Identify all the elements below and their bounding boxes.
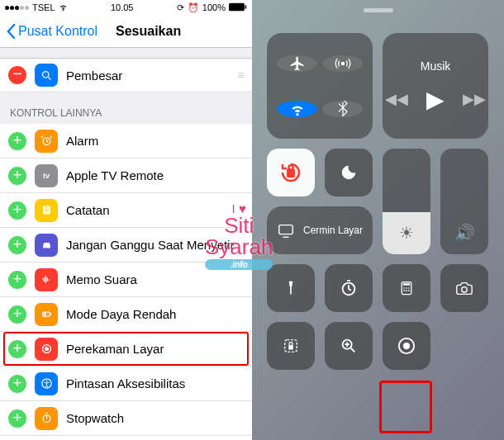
brightness-icon: ☀ [399, 223, 414, 243]
more-row[interactable]: Pintasan Aksesibilitas [0, 367, 252, 401]
low-power-icon [35, 303, 58, 326]
add-icon[interactable] [8, 201, 26, 220]
alarm-icon [35, 130, 58, 153]
svg-point-11 [45, 380, 47, 381]
add-icon[interactable] [8, 236, 26, 254]
status-bar: TSEL 10.05 ⟳ ⏰ 100% [0, 0, 252, 15]
svg-point-23 [408, 287, 410, 289]
volume-icon: 🔊 [454, 223, 475, 243]
do-not-disturb-button[interactable] [325, 149, 373, 196]
wifi-icon [59, 2, 68, 13]
back-button[interactable]: Pusat Kontrol [7, 24, 97, 39]
row-label: Apple TV Remote [66, 168, 164, 182]
highlight-screen-record [379, 381, 432, 433]
accessibility-lock-button[interactable] [267, 322, 315, 370]
nav-bar: Pusat Kontrol Sesuaikan [0, 15, 252, 48]
apple-tv-icon: tv [35, 164, 58, 187]
notes-icon [35, 199, 58, 222]
car-dnd-icon [35, 234, 58, 257]
svg-point-32 [403, 343, 410, 349]
screen-record-icon [35, 338, 58, 361]
svg-rect-16 [288, 169, 294, 177]
add-icon[interactable] [8, 340, 26, 358]
svg-rect-0 [229, 2, 245, 10]
orientation-lock-button[interactable] [267, 149, 315, 196]
battery-percent: 100% [202, 2, 226, 12]
add-icon[interactable] [8, 167, 26, 185]
airplane-mode-button[interactable] [277, 55, 317, 72]
volume-slider[interactable]: 🔊 [440, 149, 488, 254]
svg-rect-29 [288, 345, 293, 350]
bluetooth-button[interactable] [322, 101, 363, 117]
row-label: Catatan [66, 203, 110, 217]
orientation-lock-icon: ⟳ [177, 2, 184, 13]
cellular-data-button[interactable] [322, 55, 363, 72]
brightness-slider[interactable]: ☀ [383, 149, 430, 254]
row-label: Stopwatch [66, 411, 124, 425]
control-center-screen: Musik ◀◀ ▶ ▶▶ Cermin Layar [252, 0, 504, 440]
svg-rect-7 [43, 313, 45, 315]
stopwatch-icon [35, 407, 58, 430]
svg-point-21 [403, 287, 405, 289]
svg-rect-20 [403, 283, 410, 286]
svg-point-25 [406, 290, 407, 291]
more-row[interactable]: tvApple TV Remote [0, 158, 252, 193]
add-icon[interactable] [8, 375, 26, 393]
screen-record-button[interactable] [383, 322, 430, 370]
included-row[interactable]: Pembesar ≡ [0, 58, 252, 92]
row-label: Alarm [66, 134, 98, 148]
row-label: Pembesar [66, 69, 122, 83]
calculator-button[interactable] [383, 264, 430, 312]
screen-mirroring-button[interactable]: Cermin Layar [267, 206, 373, 254]
watermark: I ♥ Siti Syarah .info [205, 202, 273, 270]
reorder-icon[interactable]: ≡ [238, 69, 244, 82]
clock: 10.05 [111, 2, 134, 12]
back-label: Pusat Kontrol [18, 24, 97, 39]
magnifier-button[interactable] [325, 322, 373, 370]
add-icon[interactable] [8, 409, 26, 428]
svg-rect-6 [50, 313, 50, 315]
more-row[interactable]: Perekaman Layar [0, 332, 252, 367]
flashlight-button[interactable] [267, 264, 315, 312]
svg-rect-1 [245, 5, 247, 9]
play-icon[interactable]: ▶ [426, 86, 445, 113]
music-panel[interactable]: Musik ◀◀ ▶ ▶▶ [383, 33, 488, 139]
mirror-label: Cermin Layar [303, 225, 363, 236]
svg-point-22 [406, 287, 407, 289]
more-row[interactable]: aAUkuran Teks [0, 436, 252, 440]
svg-point-15 [341, 62, 344, 64]
accessibility-icon [35, 372, 58, 395]
add-icon[interactable] [8, 305, 26, 324]
svg-point-9 [45, 347, 49, 351]
timer-button[interactable] [325, 264, 373, 312]
svg-point-24 [403, 290, 405, 291]
svg-point-27 [462, 287, 467, 292]
svg-point-26 [408, 290, 410, 291]
more-row[interactable]: Alarm [0, 124, 252, 158]
grabber-icon[interactable] [364, 8, 393, 12]
more-row[interactable]: Stopwatch [0, 401, 252, 436]
voice-memo-icon [35, 268, 58, 291]
section-header: KONTROL LAINNYA [0, 92, 252, 124]
wifi-button[interactable] [277, 101, 317, 117]
row-label: Mode Daya Rendah [66, 307, 176, 321]
camera-button[interactable] [440, 264, 488, 312]
next-track-icon[interactable]: ▶▶ [463, 90, 486, 108]
battery-icon [229, 2, 247, 13]
row-label: Memo Suara [66, 272, 137, 286]
carrier-label: TSEL [32, 2, 55, 12]
more-row[interactable]: Mode Daya Rendah [0, 297, 252, 332]
row-label: Perekaman Layar [66, 342, 164, 356]
nav-title: Sesuaikan [116, 24, 181, 39]
add-icon[interactable] [8, 132, 26, 150]
music-label: Musik [421, 59, 451, 73]
connectivity-panel[interactable] [267, 33, 373, 139]
add-icon[interactable] [8, 271, 26, 289]
magnifier-icon [35, 64, 58, 87]
alarm-indicator-icon: ⏰ [188, 2, 199, 13]
svg-rect-17 [279, 225, 293, 234]
signal-icon [5, 6, 29, 10]
remove-icon[interactable] [8, 66, 26, 84]
prev-track-icon[interactable]: ◀◀ [385, 90, 408, 108]
svg-point-2 [42, 71, 49, 78]
